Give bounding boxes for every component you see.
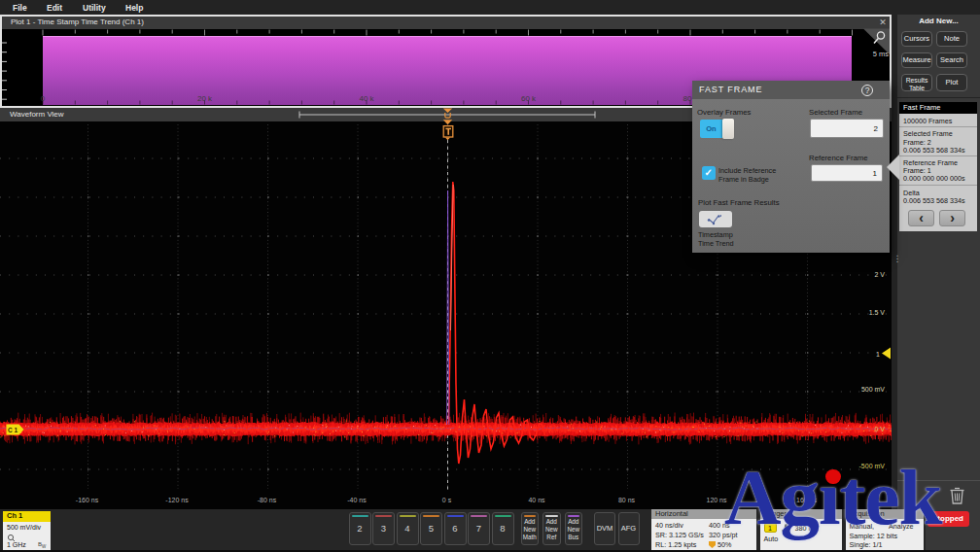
- svg-text:1: 1: [876, 351, 880, 358]
- svg-text:C 1: C 1: [8, 427, 18, 433]
